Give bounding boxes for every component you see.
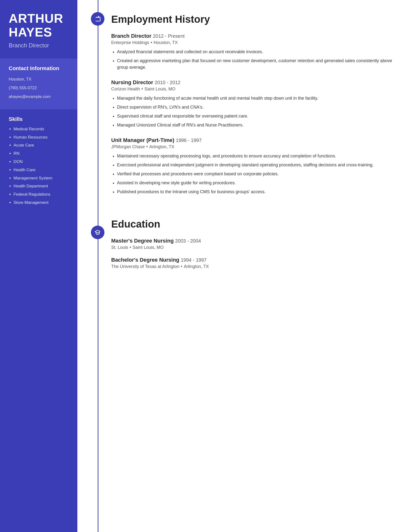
job-date: 2010 - 2012 — [155, 80, 181, 85]
edu-date: 1994 - 1997 — [181, 257, 207, 263]
contact-location: Houston, TX — [9, 76, 69, 82]
bullet-item: Supervised clinical staff and responsibl… — [117, 113, 396, 119]
graduation-icon — [91, 226, 104, 239]
skills-section: Skills Medical RecordsHuman ResourcesAcu… — [0, 109, 77, 215]
job-block: Branch Director 2012 - PresentEnterprise… — [111, 33, 396, 71]
skills-list: Medical RecordsHuman ResourcesAcute Care… — [9, 126, 69, 206]
skill-item: Management System — [14, 175, 69, 181]
edu-header: Bachelor's Degree Nursing 1994 - 1997 — [111, 257, 396, 263]
job-location: JPMorgan Chase•Arlington, TX — [111, 144, 396, 150]
edu-block: Master's Degree Nursing 2003 - 2004St. L… — [111, 238, 396, 250]
bullet-item: Exercised professional and independent j… — [117, 162, 396, 168]
bullet-item: Analyzed financial statements and collec… — [117, 49, 396, 55]
main-content: Employment History Branch Director 2012 … — [77, 0, 411, 532]
education-title: Education — [111, 218, 396, 230]
edu-header: Master's Degree Nursing 2003 - 2004 — [111, 238, 396, 244]
contact-email: ahayes@example.com — [9, 94, 69, 100]
briefcase-icon — [91, 12, 104, 26]
sidebar-header: ARTHUR HAYES Branch Director — [0, 0, 77, 58]
bullet-item: Managed Unionized Clinical staff of RN's… — [117, 122, 396, 128]
edu-block: Bachelor's Degree Nursing 1994 - 1997The… — [111, 257, 396, 269]
bullet-item: Managed the daily functioning of acute m… — [117, 95, 396, 102]
bullet-item: Published procedures to the Intranet usi… — [117, 189, 396, 195]
edu-date: 2003 - 2004 — [175, 238, 201, 244]
job-date: 2012 - Present — [153, 33, 185, 39]
skill-item: DON — [14, 159, 69, 165]
job-block: Nursing Director 2010 - 2012Corizon Heal… — [111, 79, 396, 128]
skill-item: Store Management — [14, 200, 69, 206]
skills-title: Skills — [9, 116, 69, 122]
job-bullets: Analyzed financial statements and collec… — [111, 49, 396, 71]
job-bullets: Maintained necessary operating processin… — [111, 153, 396, 195]
skill-item: Health Care — [14, 167, 69, 173]
bullet-item: Direct supervision of RN's, LVN's and CN… — [117, 104, 396, 111]
skill-item: Acute Care — [14, 142, 69, 148]
job-header: Branch Director 2012 - Present — [111, 33, 396, 39]
edu-location: St. Louis•Saint Louis, MO — [111, 245, 396, 250]
job-location: Corizon Health•Saint Louis, MO — [111, 86, 396, 92]
contact-section: Contact Information Houston, TX (790) 55… — [0, 58, 77, 109]
job-block: Unit Manager (Part-Time) 1996 - 1997JPMo… — [111, 137, 396, 195]
edu-container: Master's Degree Nursing 2003 - 2004St. L… — [111, 238, 396, 269]
bullet-item: Verified that processes and procedures w… — [117, 171, 396, 177]
contact-phone: (790) 555-0722 — [9, 85, 69, 91]
skill-item: RN — [14, 151, 69, 156]
job-date: 1996 - 1997 — [176, 138, 202, 143]
bullet-item: Maintained necessary operating processin… — [117, 153, 396, 159]
employment-section: Employment History Branch Director 2012 … — [77, 0, 411, 214]
bullet-item: Assisted in developing new style guide f… — [117, 180, 396, 186]
jobs-container: Branch Director 2012 - PresentEnterprise… — [111, 33, 396, 195]
job-location: Enterprise Holdings•Houston, TX — [111, 40, 396, 45]
education-section: Education Master's Degree Nursing 2003 -… — [77, 214, 411, 285]
person-title: Branch Director — [9, 42, 69, 49]
skill-item: Federal Regulations — [14, 191, 69, 197]
sidebar: ARTHUR HAYES Branch Director Contact Inf… — [0, 0, 77, 532]
job-bullets: Managed the daily functioning of acute m… — [111, 95, 396, 128]
bullet-item: Created an aggressive marketing plan tha… — [117, 57, 396, 71]
skill-item: Health Department — [14, 183, 69, 189]
job-header: Nursing Director 2010 - 2012 — [111, 79, 396, 86]
skill-item: Medical Records — [14, 126, 69, 132]
person-name: ARTHUR HAYES — [9, 12, 69, 39]
employment-title: Employment History — [111, 14, 396, 25]
contact-title: Contact Information — [9, 65, 69, 72]
edu-location: The University of Texas at Arlington•Arl… — [111, 264, 396, 269]
job-header: Unit Manager (Part-Time) 1996 - 1997 — [111, 137, 396, 143]
skill-item: Human Resources — [14, 134, 69, 140]
